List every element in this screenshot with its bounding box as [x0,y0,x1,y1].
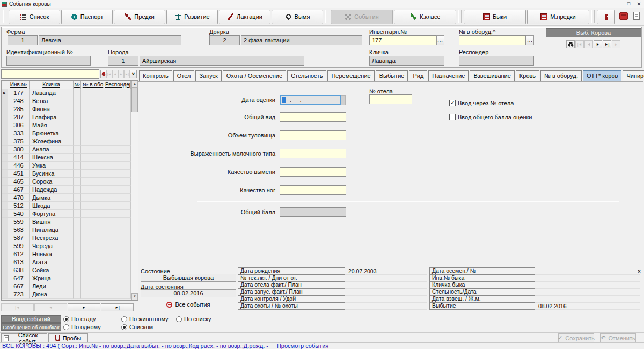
field-input-5[interactable] [280,185,346,195]
close-button[interactable]: ✕ [634,1,644,8]
toolbar-button-passport[interactable]: Паспорт [61,10,113,24]
table-row[interactable]: 467Надежда [2,186,131,194]
select-cow-nav-refresh[interactable]: ▸ [612,40,620,48]
table-row[interactable]: 599Череда [2,242,131,250]
equip-no-input[interactable] [459,35,526,45]
checkbox-calving-row[interactable]: Ввод через № отела [449,100,514,106]
toolbar-button-exit-person[interactable] [597,10,615,24]
inventory-no-input[interactable]: 177 [369,35,436,45]
cow-search-prior-button[interactable]: ◄ [112,70,118,78]
table-row[interactable]: 563Пигалица [2,226,131,234]
column-header[interactable]: Инв.№ [8,81,30,89]
cow-nav-last-button[interactable]: ►| [101,303,134,311]
toolbar-button-events[interactable]: События [331,10,393,24]
table-row[interactable]: 380Анапа [2,146,131,154]
probes-button[interactable]: Пробы [48,333,88,343]
select-cow-nav-last[interactable]: ►| [603,40,611,48]
table-row[interactable]: 470Дымка [2,194,131,202]
cow-search-close-button[interactable]: × [130,70,137,78]
event-entry-option[interactable]: По списку [176,316,211,322]
checkbox-calving[interactable] [449,100,456,106]
table-row[interactable]: 414Шексна [2,154,131,162]
minimize-button[interactable]: – [613,1,624,8]
table-row[interactable]: 248Ветка [2,97,131,105]
table-row[interactable]: 613Агата [2,258,131,266]
scroll-up-icon[interactable]: ▲ [131,81,138,88]
table-row[interactable]: 667Леди [2,282,131,290]
table-row[interactable]: 451Бусинка [2,170,131,178]
scroll-thumb[interactable] [131,88,138,112]
table-row[interactable]: 540Фортуна [2,210,131,218]
tab-7[interactable]: Выбытие [376,70,408,81]
field-input-3[interactable] [280,149,346,158]
cow-list-scrollbar[interactable]: ▲ ▼ [131,81,138,300]
table-row[interactable]: 512Шкода [2,202,131,210]
tab-12[interactable]: № в оборуд. [540,70,582,81]
field-input-2[interactable] [280,130,346,140]
toolbar-button-ancestors[interactable]: Предки [114,10,165,24]
scroll-down-icon[interactable]: ▼ [131,293,138,300]
column-header[interactable]: № в обо [81,81,105,89]
cow-search-locate-button[interactable] [100,70,106,78]
tab-4[interactable]: Охота / Осеменение [223,70,286,81]
table-row[interactable]: 306Майя [2,121,131,129]
table-row[interactable]: 647Жрица [2,274,131,282]
tab-11[interactable]: Кровь [516,70,539,81]
toolbar-button-cow-card[interactable] [619,12,628,21]
table-row[interactable]: 285Фиона [2,105,131,113]
error-messages-option[interactable]: По одному [63,324,101,330]
select-cow-nav-prior[interactable]: ◄ [584,40,593,48]
tab-1[interactable]: Контроль [139,70,172,81]
table-row[interactable]: 333Брюнетка [2,129,131,137]
tab-14[interactable]: Чипирование [623,70,644,81]
table-row[interactable]: 587Пестрёха [2,234,131,242]
table-row[interactable]: 559Вишня [2,218,131,226]
cancel-button[interactable]: ↶ Отменить [600,333,636,343]
field-input-1[interactable] [280,112,346,122]
toolbar-button-udder[interactable]: Вымя [272,10,323,24]
all-events-button[interactable]: Все события [141,300,236,309]
select-cow-nav-find[interactable] [566,40,575,48]
equip-no-picker-button[interactable]: ... [526,35,534,45]
checkbox-total-row[interactable]: Ввод общего балла оценки [449,114,532,120]
table-row[interactable]: 723Дюна [2,290,131,299]
cow-nav-first-button[interactable]: |◄ [1,303,34,311]
info-panel-close-icon[interactable]: × [636,268,642,275]
toolbar-button-lactations[interactable]: Лактации [219,10,270,24]
checkbox-total[interactable] [449,114,456,120]
inventory-no-picker-button[interactable]: ... [436,35,444,45]
tab-2[interactable]: Отел [173,70,195,81]
cow-search-input[interactable] [1,69,99,79]
toolbar-button-bulls[interactable]: Быки [464,10,526,24]
toolbar-button-list[interactable]: Список [9,10,60,24]
tab-8[interactable]: Рид [409,70,427,81]
table-row[interactable]: 465Сорока [2,178,131,186]
table-row[interactable]: ►177Лаванда [2,89,131,97]
save-button[interactable]: ✓ Сохранить [558,333,594,343]
toolbar-button-k-class[interactable]: К.класс [394,10,456,24]
table-row[interactable]: 375Жозефина [2,137,131,146]
event-entry-option[interactable]: По стаду [63,316,96,322]
error-messages-option[interactable]: Списком [121,324,153,330]
calving-no-input[interactable] [369,94,412,104]
maximize-button[interactable]: □ [624,1,634,8]
tab-6[interactable]: Перемещение [327,70,374,81]
toolbar-button-report[interactable] [633,12,640,21]
events-list-button[interactable]: Список событ. [1,333,47,343]
cow-search-last-button[interactable]: ►| [124,70,130,78]
toolbar-button-development[interactable]: Развитие [166,10,218,24]
toolbar-button-m-ancestors[interactable]: М.предки [527,10,589,24]
tab-3[interactable]: Запуск [195,70,221,81]
column-header[interactable]: Респондер [105,81,131,89]
table-row[interactable]: 446Умка [2,162,131,170]
table-row[interactable]: 638Сойка [2,266,131,274]
cow-nav-next-button[interactable]: ► [68,303,100,311]
date-input[interactable]: _.__.____ [280,95,341,105]
column-header[interactable]: Кличка [30,81,74,89]
cow-search-first-button[interactable]: |◄ [106,70,112,78]
tab-5[interactable]: Стельность [287,70,326,81]
tab-13[interactable]: ОТТ* коров [583,70,621,81]
column-header[interactable]: № [74,81,81,89]
tab-9[interactable]: Назначение [428,70,469,81]
cow-nav-prior-button[interactable]: ◄ [34,303,67,311]
